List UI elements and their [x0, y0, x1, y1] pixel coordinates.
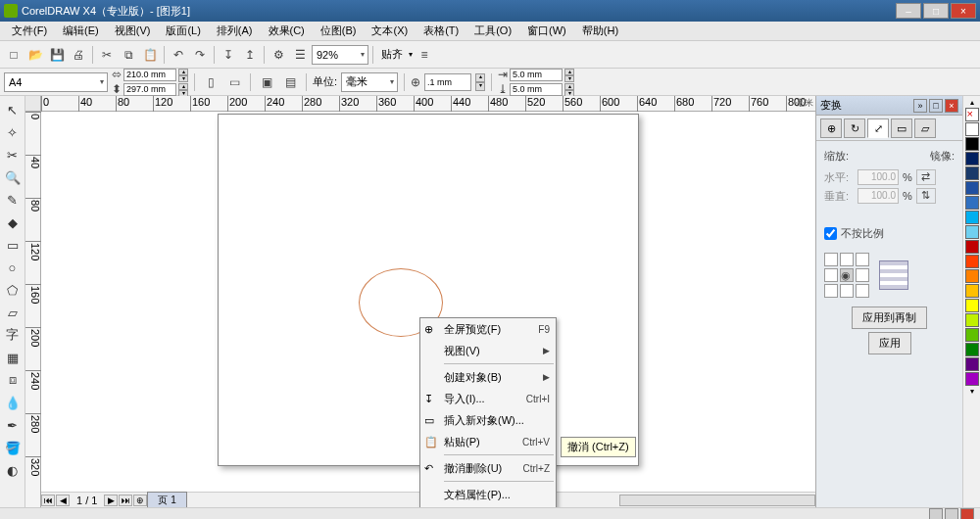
welcome-button[interactable]: ☰: [290, 45, 310, 65]
paper-width-input[interactable]: 210.0 mm: [123, 69, 176, 81]
ctx-视图(V)[interactable]: 视图(V)▶: [420, 340, 556, 361]
docker-tab-1[interactable]: [929, 508, 943, 519]
close-button[interactable]: ×: [951, 3, 976, 19]
ctx-属性(I)[interactable]: 属性(I)Alt+Enter: [420, 505, 556, 507]
ctx-导入(I)...[interactable]: ↧导入(I)...Ctrl+I: [420, 388, 556, 409]
paper-size-combo[interactable]: A4: [4, 72, 108, 92]
color-swatch[interactable]: [965, 240, 979, 254]
menu-位图b[interactable]: 位图(B): [313, 22, 365, 40]
color-swatch[interactable]: [965, 166, 979, 180]
pick-tool[interactable]: ↖: [3, 100, 23, 119]
paste-button[interactable]: 📋: [140, 45, 160, 65]
color-swatch[interactable]: [965, 137, 979, 151]
no-fill-swatch[interactable]: ×: [965, 108, 979, 121]
docker-close-button[interactable]: ×: [945, 99, 958, 113]
nudge-input[interactable]: .1 mm: [424, 73, 471, 91]
color-swatch[interactable]: [965, 313, 979, 327]
horizontal-ruler[interactable]: 0408012016020024028032036040044048052056…: [41, 96, 815, 112]
color-swatch[interactable]: [965, 255, 979, 268]
canvas[interactable]: 0408012016020024028032036040044048052056…: [25, 96, 815, 507]
crop-tool[interactable]: ✂: [3, 145, 23, 165]
fill-tool[interactable]: 🪣: [3, 438, 23, 457]
polygon-tool[interactable]: ⬠: [3, 280, 23, 300]
ctx-插入新对象(W)...[interactable]: ▭插入新对象(W)...: [420, 409, 556, 431]
paper-height-input[interactable]: 297.0 mm: [123, 83, 176, 96]
shape-tool[interactable]: ✧: [3, 122, 23, 142]
vertical-ruler[interactable]: 04080120160200240280320: [25, 112, 41, 507]
prev-page-button[interactable]: ◀: [56, 495, 70, 506]
mirror-v-button[interactable]: ⇅: [916, 188, 936, 204]
open-button[interactable]: 📂: [25, 45, 45, 65]
app-launcher-button[interactable]: ⚙: [269, 45, 288, 65]
color-swatch[interactable]: [965, 211, 979, 224]
apply-duplicate-button[interactable]: 应用到再制: [852, 307, 927, 329]
menu-版面l[interactable]: 版面(L): [158, 22, 208, 40]
next-page-button[interactable]: ▶: [104, 495, 118, 506]
transform-size-tab[interactable]: ▭: [891, 118, 912, 138]
menu-视图v[interactable]: 视图(V): [107, 22, 159, 40]
redo-button[interactable]: ↷: [190, 45, 210, 65]
import-button[interactable]: ↧: [219, 45, 238, 65]
ruler-corner[interactable]: [25, 96, 41, 112]
text-tool[interactable]: 字: [3, 325, 23, 345]
color-swatch[interactable]: [965, 284, 979, 298]
color-swatch[interactable]: [965, 196, 979, 210]
apply-button[interactable]: 应用: [868, 332, 911, 354]
menu-效果c[interactable]: 效果(C): [261, 22, 313, 40]
eyedropper-tool[interactable]: 💧: [3, 393, 23, 412]
menu-文本x[interactable]: 文本(X): [364, 22, 416, 40]
zoom-tool[interactable]: 🔍: [3, 167, 23, 187]
palette-up-button[interactable]: ▴: [963, 98, 980, 107]
layout1-button[interactable]: ▣: [257, 72, 276, 92]
interactive-fill-tool[interactable]: ◐: [3, 460, 23, 480]
h-scale-input[interactable]: 100.0: [858, 169, 899, 185]
color-swatch[interactable]: [965, 152, 979, 165]
horizontal-scrollbar[interactable]: [619, 495, 815, 506]
last-page-button[interactable]: ⏭: [119, 495, 132, 506]
blend-tool[interactable]: ⧈: [3, 370, 23, 390]
copy-button[interactable]: ⧉: [119, 45, 138, 65]
transform-scale-tab[interactable]: ⤢: [867, 118, 889, 138]
add-page-button[interactable]: ⊕: [133, 495, 147, 506]
undo-button[interactable]: ↶: [169, 45, 188, 65]
anchor-grid[interactable]: ◉: [824, 253, 869, 298]
minimize-button[interactable]: –: [896, 3, 921, 19]
v-scale-input[interactable]: 100.0: [858, 188, 899, 204]
ellipse-tool[interactable]: ○: [3, 258, 23, 277]
docker-menu-button[interactable]: □: [929, 99, 943, 113]
options-button[interactable]: ≡: [415, 45, 434, 65]
page-tab-1[interactable]: 页 1: [147, 492, 186, 508]
print-button[interactable]: 🖨: [69, 45, 88, 65]
ctx-撤消删除(U)[interactable]: ↶撤消删除(U)Ctrl+Z: [420, 457, 556, 479]
new-button[interactable]: □: [4, 45, 24, 65]
mirror-h-button[interactable]: ⇄: [916, 169, 936, 185]
layout2-button[interactable]: ▤: [280, 72, 300, 92]
menu-排列a[interactable]: 排列(A): [209, 22, 261, 40]
docker-tab-close[interactable]: [960, 508, 974, 519]
export-button[interactable]: ↥: [240, 45, 260, 65]
dup-y-input[interactable]: 5.0 mm: [510, 83, 563, 96]
palette-down-button[interactable]: ▾: [963, 387, 980, 396]
first-page-button[interactable]: ⏮: [41, 495, 55, 506]
menu-窗口w[interactable]: 窗口(W): [519, 22, 574, 40]
docker-collapse-button[interactable]: »: [913, 99, 927, 113]
menu-帮助h[interactable]: 帮助(H): [574, 22, 626, 40]
color-swatch[interactable]: [965, 328, 979, 342]
smart-fill-tool[interactable]: ◆: [3, 212, 23, 232]
transform-skew-tab[interactable]: ▱: [914, 118, 936, 138]
color-swatch[interactable]: [965, 372, 979, 386]
unit-combo[interactable]: 毫米: [341, 72, 398, 92]
transform-rotate-tab[interactable]: ↻: [844, 118, 865, 138]
landscape-button[interactable]: ▭: [224, 72, 244, 92]
save-button[interactable]: 💾: [47, 45, 67, 65]
freehand-tool[interactable]: ✎: [3, 190, 23, 210]
menu-编辑e[interactable]: 编辑(E): [55, 22, 107, 40]
color-swatch[interactable]: [965, 269, 979, 283]
color-swatch[interactable]: [965, 357, 979, 371]
portrait-button[interactable]: ▯: [201, 72, 220, 92]
color-swatch[interactable]: [965, 299, 979, 312]
table-tool[interactable]: ▦: [3, 348, 23, 367]
color-swatch[interactable]: [965, 181, 979, 195]
docker-tab-2[interactable]: [945, 508, 958, 519]
non-proportional-checkbox[interactable]: 不按比例: [824, 226, 955, 241]
